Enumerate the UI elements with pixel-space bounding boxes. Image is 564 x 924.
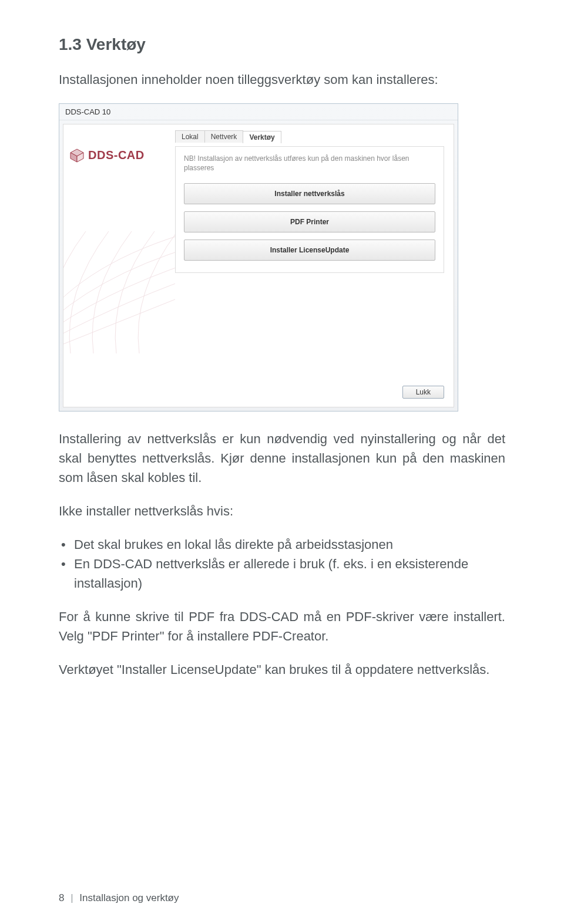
page-footer: 8 | Installasjon og verktøy — [59, 892, 179, 904]
footer-title: Installasjon og verktøy — [79, 892, 179, 903]
paragraph-1: Installering av nettverkslås er kun nødv… — [59, 429, 505, 487]
install-nettverkslaas-button[interactable]: Installer nettverkslås — [184, 183, 435, 204]
brand-logo: DDS-CAD — [69, 148, 169, 163]
cube-icon — [69, 148, 85, 163]
install-licenseupdate-button[interactable]: Installer LicenseUpdate — [184, 240, 435, 261]
tab-nettverk[interactable]: Nettverk — [204, 130, 244, 143]
paragraph-4: Verktøyet "Installer LicenseUpdate" kan … — [59, 660, 505, 679]
brand-column: DDS-CAD — [63, 124, 175, 379]
mesh-decoration — [63, 201, 175, 353]
section-heading: 1.3 Verktøy — [59, 35, 505, 54]
paragraph-3: For å kunne skrive til PDF fra DDS-CAD m… — [59, 607, 505, 646]
brand-text: DDS-CAD — [88, 149, 145, 162]
footer-separator: | — [70, 892, 73, 903]
tab-bar: Lokal Nettverk Verktøy — [175, 130, 444, 143]
tab-verktoy[interactable]: Verktøy — [243, 131, 281, 143]
list-item: En DDS-CAD nettverkslås er allerede i br… — [59, 554, 505, 593]
tab-lokal[interactable]: Lokal — [175, 130, 205, 143]
page-number: 8 — [59, 892, 64, 903]
paragraph-2: Ikke installer nettverkslås hvis: — [59, 501, 505, 521]
tab-panel: NB! Installasjon av nettverkslås utføres… — [175, 146, 444, 273]
notice-text: NB! Installasjon av nettverkslås utføres… — [184, 154, 435, 173]
installer-dialog: DDS-CAD 10 DDS-CAD — [59, 103, 458, 412]
intro-text: Installasjonen inneholder noen tilleggsv… — [59, 70, 505, 89]
dialog-title: DDS-CAD 10 — [59, 104, 458, 120]
bullet-list: Det skal brukes en lokal lås direkte på … — [59, 535, 505, 593]
pdf-printer-button[interactable]: PDF Printer — [184, 211, 435, 232]
close-button[interactable]: Lukk — [402, 386, 444, 399]
list-item: Det skal brukes en lokal lås direkte på … — [59, 535, 505, 554]
